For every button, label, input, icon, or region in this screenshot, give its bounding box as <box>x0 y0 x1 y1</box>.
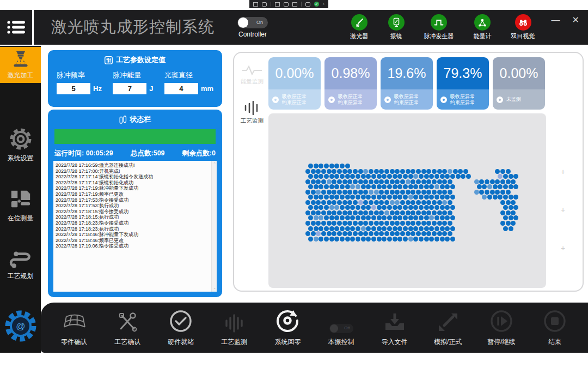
device-galvo-mirror[interactable]: 振镜 <box>388 14 405 40</box>
log-line: 2022/7/28 17:17:14:振镜初始化指令发送成功 <box>56 174 209 180</box>
tool-local-osc-control[interactable]: Off 本振控制 <box>314 303 367 353</box>
binocular-vision-icon <box>518 17 529 27</box>
target-icon[interactable] <box>292 2 297 7</box>
spot-diameter-input[interactable] <box>164 83 198 94</box>
tab-energy-monitoring[interactable]: 能量监测 <box>236 65 268 86</box>
tab-process-monitoring[interactable]: 工艺监测 <box>236 101 268 125</box>
dot-map-canvas[interactable] <box>268 113 546 288</box>
equalizer-icon <box>223 313 245 333</box>
log-line: 2022/7/28 17:17:19:频率已更改 <box>56 191 209 197</box>
tool-hardware-ready[interactable]: 硬件就绪 <box>154 303 207 353</box>
field-unit: Hz <box>93 85 102 93</box>
stat-card-not-monitored[interactable]: 0.00% 未监测 <box>493 57 545 110</box>
pulse-energy-input[interactable] <box>113 83 146 94</box>
logo-gear-icon: @ <box>3 309 38 343</box>
tool-label: 工艺监测 <box>221 337 247 347</box>
divider <box>301 2 302 7</box>
device-energy-meter[interactable]: 能量计 <box>474 14 492 40</box>
status-panel: 状态栏 运行时间: 00:05:29 总点数:509 剩余点数:0 2022/7… <box>48 110 222 297</box>
log-scrollbar[interactable]: ⌃ ⌄ <box>211 161 217 292</box>
minimize-button[interactable]: — <box>552 15 560 25</box>
tab-label: 工艺监测 <box>241 117 264 125</box>
tool-import-file[interactable]: 导入文件 <box>368 303 421 353</box>
controller-toggle-group: On Controller <box>237 17 268 38</box>
status-panel-header: 状态栏 <box>48 110 222 124</box>
controller-toggle[interactable]: On <box>237 17 268 28</box>
chevron-icon[interactable]: ‹ <box>323 0 324 8</box>
dot-matrix <box>305 164 519 242</box>
params-panel-header: 工艺参数设定值 <box>48 50 222 65</box>
stat-card-abnormal-normal[interactable]: 19.6% 吸收层异常约束层正常 <box>381 57 433 110</box>
stat-card-normal-abnormal[interactable]: 0.98% 吸收层正常约束层异常 <box>324 57 377 110</box>
log-line: 2022/7/28 17:18:46:脉冲能量下发成功 <box>56 232 209 238</box>
path-planning-icon <box>9 251 33 269</box>
laser-icon <box>354 17 364 27</box>
decorative-plus: + <box>561 167 565 176</box>
status-panel-title: 状态栏 <box>130 114 151 124</box>
close-button[interactable]: ✕ <box>572 15 579 25</box>
scroll-down-caret[interactable]: ⌄ <box>213 285 216 291</box>
params-fields: 脉冲频率 Hz 脉冲能量 J 光斑直径 mm <box>48 65 222 94</box>
field-label: 脉冲频率 <box>57 70 102 80</box>
tool-part-confirm[interactable]: 零件确认 <box>47 303 101 353</box>
log-line: 2022/7/28 17:19:06:指令接受成功 <box>56 243 209 249</box>
device-binocular-vision[interactable]: 双目视觉 <box>511 14 535 40</box>
tool-process-confirm[interactable]: 工艺确认 <box>101 303 154 353</box>
scroll-up-caret[interactable]: ⌃ <box>213 161 216 167</box>
device-laser[interactable]: 激光器 <box>351 14 369 40</box>
log-line: 2022/7/28 17:18:15:执行成功 <box>56 214 209 220</box>
field-unit: mm <box>201 85 213 93</box>
galvo-mirror-icon <box>391 17 401 27</box>
log-line: 2022/7/28 17:18:46:频率已更改 <box>56 238 209 244</box>
sidebar-item-laser-processing[interactable]: 激光加工 <box>0 47 41 83</box>
page-title: 激光喷丸成形控制系统 <box>51 16 215 38</box>
field-pulse-frequency: 脉冲频率 Hz <box>57 70 102 94</box>
local-osc-toggle[interactable]: Off <box>329 324 353 333</box>
device-label: 能量计 <box>474 32 492 40</box>
tools-icon <box>117 311 138 333</box>
ring-icon <box>272 96 279 103</box>
tool-label: 导入文件 <box>382 337 408 347</box>
field-spot-diameter: 光斑直径 mm <box>164 70 213 94</box>
pulse-frequency-input[interactable] <box>57 83 90 94</box>
runtime-stat: 运行时间: 00:05:29 <box>54 149 113 158</box>
sidebar-item-in-situ-measurement[interactable]: 在位测量 <box>0 189 41 223</box>
tool-end[interactable]: 结束 <box>528 303 581 353</box>
device-label: 脉冲发生器 <box>424 32 454 40</box>
waveform-icon <box>241 65 263 76</box>
frame-icon[interactable] <box>284 2 289 7</box>
log-line: 2022/7/28 17:18:15:指令接受成功 <box>56 209 209 215</box>
check-circle-icon <box>169 309 193 333</box>
energy-meter-icon <box>477 17 487 27</box>
progress-fill <box>54 129 216 144</box>
pointer-icon[interactable] <box>275 2 280 7</box>
sidebar-item-label: 工艺规划 <box>8 272 34 281</box>
sidebar-item-system-settings[interactable]: 系统设置 <box>0 126 41 163</box>
mode-switch-icon <box>437 311 460 333</box>
check-circle-icon[interactable]: ✓ <box>314 2 319 7</box>
sidebar-item-process-planning[interactable]: 工艺规划 <box>0 251 41 281</box>
event-log[interactable]: 2022/7/28 17:16:59:激光器连接成功!2022/7/28 17:… <box>53 161 217 292</box>
pulse-generator-icon <box>433 17 444 27</box>
toggle-state-label: On <box>256 20 263 25</box>
ring-icon <box>440 96 447 103</box>
toggle-knob <box>238 17 248 28</box>
tool-pause-continue[interactable]: 暂停/继续 <box>475 303 528 353</box>
tool-label: 系统回零 <box>274 337 301 347</box>
gear-icon <box>8 126 33 152</box>
equalizer-bars-icon <box>243 101 261 115</box>
bottom-toolbar: 零件确认 工艺确认 硬件就绪 <box>41 303 588 353</box>
sidebar: 激光加工 系统设置 在位测量 <box>0 46 41 353</box>
tool-system-home[interactable]: 系统回零 <box>261 303 314 353</box>
menu-button[interactable] <box>0 10 34 45</box>
stat-card-normal-normal[interactable]: 0.00% 吸收层正常约束层正常 <box>268 57 321 110</box>
tool-process-monitor[interactable]: 工艺监测 <box>207 303 261 353</box>
device-pulse-generator[interactable]: 脉冲发生器 <box>424 14 454 40</box>
stat-card-abnormal-abnormal[interactable]: 79.3% 吸收层异常约束层异常 <box>437 57 489 110</box>
binoculars-icon[interactable] <box>305 2 310 7</box>
tool-sim-formal-switch[interactable]: 模拟/正式 <box>421 303 475 353</box>
notes-icon[interactable] <box>253 2 258 7</box>
camera-icon[interactable] <box>262 2 267 7</box>
app-window: ✓ ‹ 激光喷丸成形控制系统 On Controller <box>0 0 588 368</box>
progress-bar <box>54 129 216 144</box>
